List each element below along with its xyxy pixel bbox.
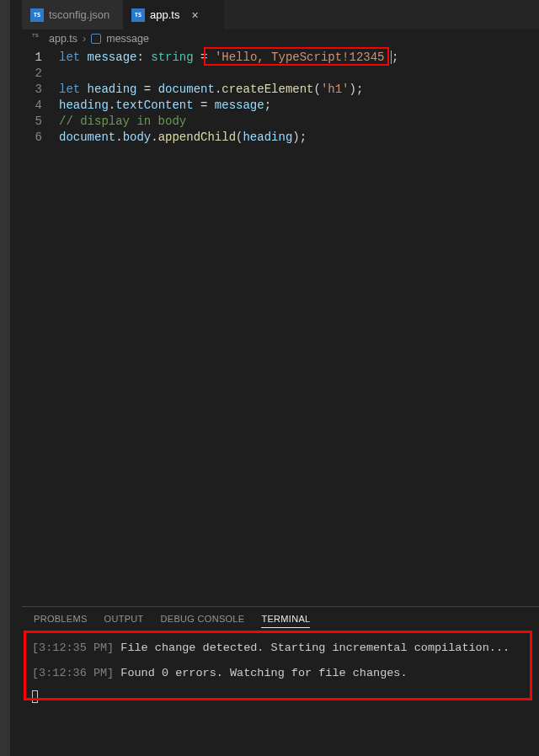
tab-problems[interactable]: PROBLEMS [34,614,88,628]
tab-output[interactable]: OUTPUT [104,614,144,628]
code-editor[interactable]: 1 let message: string = 'Hello, TypeScri… [22,48,539,146]
line-number: 3 [22,82,59,98]
panel-tabs: PROBLEMS OUTPUT DEBUG CONSOLE TERMINAL [22,607,539,631]
code-line: 5 // display in body [22,114,539,130]
ts-icon: TS [131,8,145,22]
tab-terminal[interactable]: TERMINAL [261,614,310,628]
breadcrumb-symbol: message [106,33,149,45]
line-number: 1 [22,50,59,66]
code-line: 2 [22,66,539,82]
code-line: 1 let message: string = 'Hello, TypeScri… [22,50,539,66]
symbol-icon [91,34,101,44]
line-number: 4 [22,98,59,114]
ts-icon: TS [32,33,44,45]
close-icon[interactable]: × [191,8,198,22]
chevron-right-icon: › [83,33,86,45]
bottom-panel: PROBLEMS OUTPUT DEBUG CONSOLE TERMINAL [… [22,606,539,756]
tab-app-ts[interactable]: TS app.ts × [123,0,224,29]
ts-icon: TS [30,8,44,22]
tab-bar: TS tsconfig.json TS app.ts × [22,0,539,29]
line-number: 6 [22,130,59,146]
code-line: 3 let heading = document.createElement('… [22,82,539,98]
tab-label: tsconfig.json [49,8,109,21]
line-number: 5 [22,114,59,130]
tab-tsconfig[interactable]: TS tsconfig.json [22,0,123,29]
breadcrumb[interactable]: TS app.ts › message [22,29,539,48]
tab-debug-console[interactable]: DEBUG CONSOLE [161,614,245,628]
terminal-cursor [32,690,529,711]
breadcrumb-file: app.ts [49,33,77,45]
code-line: 6 document.body.appendChild(heading); [22,130,539,146]
terminal-output[interactable]: [3:12:35 PM] File change detected. Start… [22,631,539,717]
tab-label: app.ts [150,8,179,21]
terminal-line: [3:12:35 PM] File change detected. Start… [32,638,529,658]
activity-bar-sliver [0,0,10,756]
code-line: 4 heading.textContent = message; [22,98,539,114]
terminal-line: [3:12:36 PM] Found 0 errors. Watching fo… [32,663,529,684]
line-number: 2 [22,66,59,82]
